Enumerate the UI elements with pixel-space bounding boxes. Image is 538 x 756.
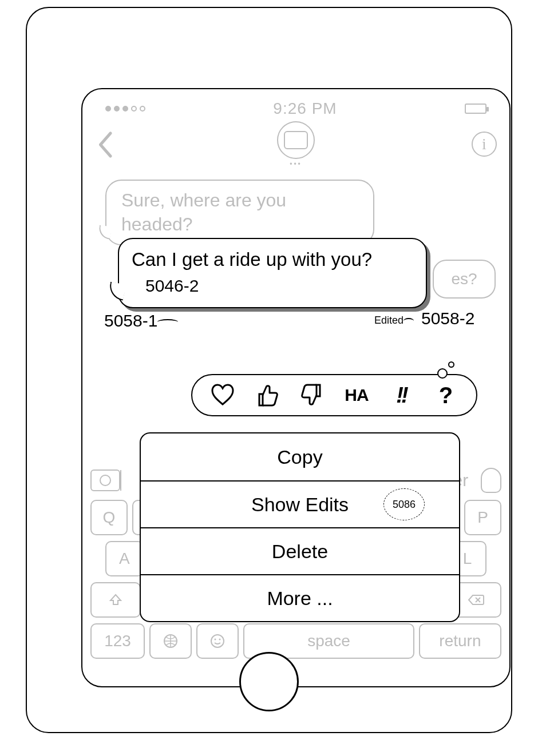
menu-label: Copy (277, 446, 322, 468)
signal-dot (140, 106, 145, 112)
key[interactable]: Q (90, 500, 128, 535)
emoji-key[interactable] (196, 623, 239, 659)
avatar-placeholder-icon (284, 131, 308, 149)
signal-dot (105, 106, 111, 112)
menu-item-more[interactable]: More ... (141, 574, 459, 621)
shift-icon (109, 593, 122, 607)
keyboard-row: 123 space return (90, 623, 501, 659)
key[interactable]: A (105, 541, 144, 576)
outer-device-frame: 9:26 PM ••• i Sure, where are you headed… (26, 7, 512, 733)
ref-label-left: 5058-1 (104, 311, 178, 331)
message-text: Can I get a ride up with you? (132, 249, 372, 270)
message-bubble-outgoing-bg: es? (433, 260, 496, 299)
reaction-exclaim[interactable]: !! (386, 380, 417, 411)
contact-label: ••• (290, 160, 302, 168)
chevron-left-icon (95, 130, 114, 159)
message-ref-inline: 5046-2 (145, 276, 199, 295)
menu-ref-badge: 5086 (383, 488, 425, 520)
edited-message-bubble[interactable]: Can I get a ride up with you? 5046-2 (118, 238, 427, 308)
shift-key[interactable] (90, 582, 141, 618)
reaction-thumbs-down[interactable] (296, 380, 327, 411)
numbers-key[interactable]: 123 (90, 623, 145, 659)
menu-item-copy[interactable]: Copy (141, 433, 459, 480)
ref-label-text: 5058-1 (104, 311, 157, 330)
back-button[interactable] (95, 130, 114, 159)
reaction-ha[interactable]: HA (341, 380, 372, 411)
camera-icon[interactable] (90, 469, 120, 491)
svg-point-2 (215, 639, 216, 640)
signal-dot (131, 106, 137, 112)
conversation-header: ••• i (82, 121, 509, 173)
ref-connector-icon (404, 318, 414, 324)
thumbs-down-icon (299, 383, 325, 408)
message-bubble-incoming-bg: Sure, where are you headed? (105, 180, 374, 245)
svg-point-3 (219, 639, 221, 640)
signal-dots (105, 106, 145, 112)
reaction-heart[interactable] (207, 380, 238, 411)
menu-item-show-edits[interactable]: Show Edits 5086 (141, 480, 459, 527)
battery-icon (465, 104, 486, 114)
globe-icon (163, 634, 178, 648)
phone-screen: 9:26 PM ••• i Sure, where are you headed… (81, 88, 511, 687)
signal-dot (114, 106, 120, 112)
ref-connector-icon (157, 319, 178, 325)
contact-avatar[interactable] (277, 121, 315, 159)
emoji-icon (210, 634, 225, 648)
reaction-question[interactable]: ? (430, 380, 461, 411)
reaction-thumbs-up[interactable] (252, 380, 283, 411)
mic-icon[interactable] (481, 468, 501, 493)
edited-indicator: Edited (374, 315, 414, 327)
status-time: 9:26 PM (273, 100, 337, 118)
key[interactable]: P (464, 500, 501, 535)
menu-label: More ... (267, 587, 333, 610)
menu-item-delete[interactable]: Delete (141, 527, 459, 574)
info-button[interactable]: i (472, 132, 497, 157)
backspace-icon (468, 593, 485, 607)
menu-label: Show Edits (251, 494, 349, 516)
edited-text: Edited (374, 315, 404, 326)
ref-label-right: 5058-2 (421, 309, 474, 328)
status-bar: 9:26 PM (82, 98, 509, 119)
thumbs-up-icon (255, 383, 280, 408)
divider (120, 470, 121, 491)
return-key[interactable]: return (419, 623, 501, 659)
svg-point-1 (211, 635, 224, 647)
context-menu: Copy Show Edits 5086 Delete More ... (140, 432, 460, 622)
home-button[interactable] (239, 652, 299, 711)
signal-dot (122, 106, 128, 112)
heart-icon (210, 383, 235, 408)
globe-key[interactable] (149, 623, 192, 659)
menu-label: Delete (272, 540, 328, 563)
reaction-bar: HA !! ? (191, 374, 477, 416)
